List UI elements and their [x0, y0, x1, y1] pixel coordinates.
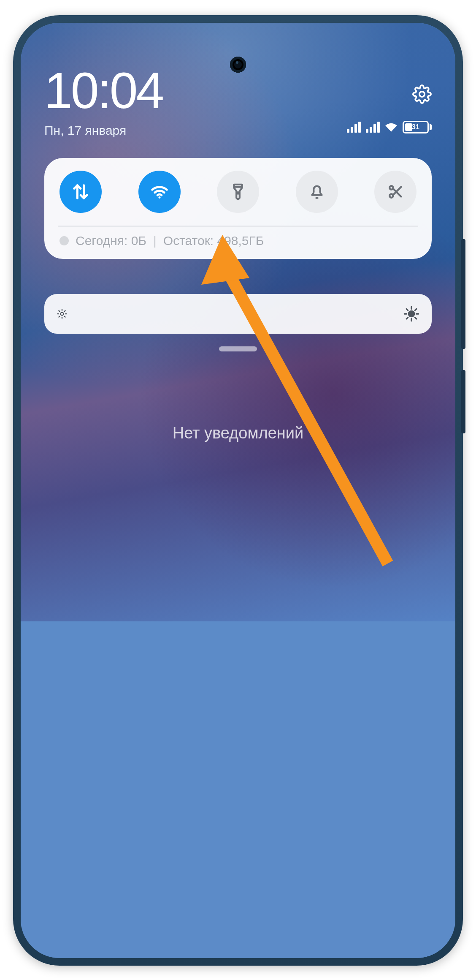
volume-button: [461, 239, 465, 349]
date-label: Пн, 17 января: [44, 123, 126, 138]
power-button: [461, 370, 465, 433]
svg-line-15: [59, 316, 60, 317]
brightness-slider[interactable]: [44, 294, 432, 334]
toggle-flashlight[interactable]: [217, 171, 259, 213]
svg-line-25: [415, 309, 416, 310]
mobile-data-icon: [71, 182, 90, 201]
svg-line-16: [65, 310, 65, 311]
settings-button[interactable]: [412, 84, 432, 104]
toggle-screenshot[interactable]: [374, 171, 416, 213]
wifi-icon: [150, 182, 169, 201]
scissors-icon: [386, 182, 405, 201]
svg-line-24: [406, 317, 408, 319]
toggle-wifi[interactable]: [138, 171, 181, 213]
brightness-high-icon: [403, 305, 420, 322]
svg-point-0: [419, 92, 425, 97]
svg-point-1: [158, 196, 160, 199]
phone-frame: 10:04 Пн, 17 января: [13, 15, 463, 966]
usage-separator: |: [153, 234, 157, 248]
brightness-low-icon: [56, 308, 68, 320]
quick-settings-panel: Сегодня: 0Б | Остаток: 498,5ГБ: [44, 158, 432, 259]
svg-line-23: [415, 317, 416, 319]
battery-indicator: 31: [403, 121, 432, 133]
signal-sim1-icon: [347, 122, 361, 133]
usage-remaining-label: Остаток: 498,5ГБ: [163, 234, 264, 248]
toggle-mobile-data[interactable]: [60, 171, 102, 213]
svg-point-3: [237, 192, 238, 193]
svg-line-13: [59, 310, 60, 311]
battery-fill: [405, 123, 412, 131]
signal-sim2-icon: [366, 122, 380, 133]
usage-dot-icon: [60, 236, 69, 245]
gear-icon: [412, 84, 432, 104]
clock-time: 10:04: [44, 65, 432, 116]
notification-shade-header: 10:04 Пн, 17 января: [21, 23, 455, 138]
shade-expand-handle[interactable]: [219, 346, 257, 351]
toggle-sound[interactable]: [296, 171, 338, 213]
usage-today-label: Сегодня: 0Б: [76, 234, 146, 248]
screen: 10:04 Пн, 17 января: [21, 23, 455, 958]
wifi-status-icon: [385, 121, 398, 133]
svg-point-8: [61, 313, 64, 316]
svg-line-14: [65, 316, 65, 317]
svg-point-17: [408, 311, 414, 316]
no-notifications-label: Нет уведомлений: [21, 424, 455, 442]
flashlight-icon: [228, 182, 248, 201]
bell-icon: [307, 182, 327, 201]
battery-percent-label: 31: [412, 123, 419, 131]
data-usage-bar[interactable]: Сегодня: 0Б | Остаток: 498,5ГБ: [56, 227, 420, 251]
front-camera-hole: [230, 57, 246, 73]
svg-line-22: [406, 309, 408, 310]
status-bar-icons: 31: [347, 121, 432, 133]
